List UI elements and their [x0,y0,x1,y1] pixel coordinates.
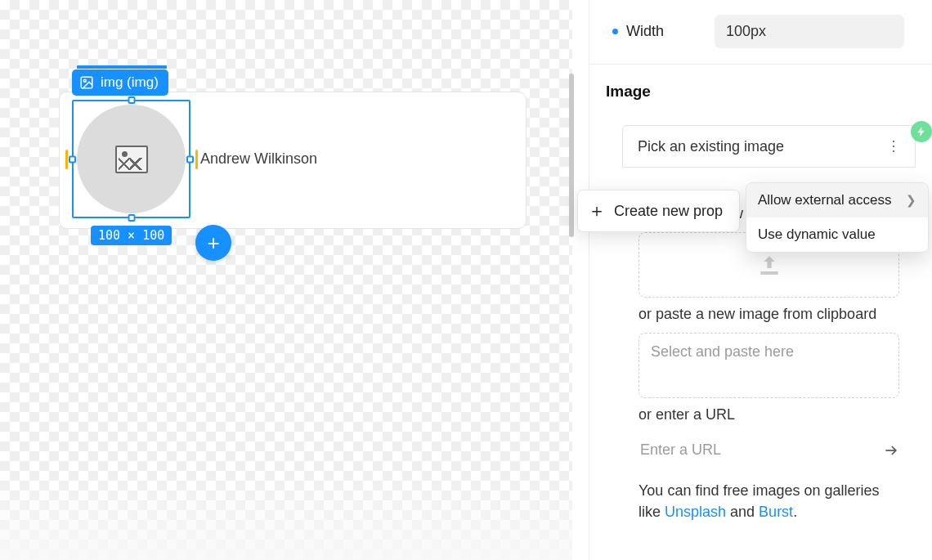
avatar-placeholder[interactable] [77,105,186,213]
menu-item-label: Use dynamic value [758,226,876,243]
menu-item-use-dynamic-value[interactable]: Use dynamic value [746,217,928,252]
menu-item-label: Allow external access [758,192,891,208]
bolt-badge[interactable] [911,121,932,142]
width-row: Width [589,11,932,51]
selection-label-text: img (img) [101,74,159,91]
width-input[interactable] [715,15,904,48]
person-name-text: Andrew Wilkinson [200,150,317,168]
image-icon [79,75,94,90]
url-input[interactable] [639,435,876,465]
svg-point-1 [83,79,86,82]
kebab-icon[interactable]: ⋯ [885,139,903,155]
unsplash-link[interactable]: Unsplash [665,504,726,520]
burst-link[interactable]: Burst [759,504,793,520]
or-url-text: or enter a URL [639,406,932,423]
create-prop-label: Create new prop [614,203,723,220]
pick-existing-label: Pick an existing image [638,138,784,155]
paste-area[interactable]: Select and paste here [639,333,899,398]
selection-label[interactable]: img (img) [72,69,168,96]
properties-panel: Width Image Pick an existing image ⋯ or … [589,0,932,560]
paste-placeholder: Select and paste here [651,343,794,360]
selection-top-accent [77,65,167,69]
plus-icon: ＋ [588,199,606,223]
submit-arrow-icon[interactable] [883,442,899,459]
upload-icon [756,253,782,276]
dimension-badge: 100 × 100 [91,226,172,245]
gap-indicator-right [195,150,198,169]
pick-existing-image-button[interactable]: Pick an existing image ⋯ [623,126,915,167]
modified-dot-icon [612,29,618,34]
canvas-scroll-thumb[interactable] [569,74,574,237]
bolt-icon [916,126,927,137]
image-section-title: Image [606,83,932,101]
or-paste-text: or paste a new image from clipboard [639,306,932,323]
image-placeholder-icon [115,146,148,173]
gap-indicator-left [65,150,68,169]
add-button[interactable]: + [195,225,231,261]
context-menu: Allow external access ❯ Use dynamic valu… [746,182,929,253]
design-canvas[interactable]: Andrew Wilkinson img (img) 100 × 100 + [0,0,572,560]
canvas-bottom-fade [0,473,572,560]
panel-divider [589,64,932,65]
create-prop-popover[interactable]: ＋ Create new prop [577,190,740,232]
width-label: Width [626,23,715,40]
image-section: Pick an existing image ⋯ [622,125,916,168]
helper-suffix: . [793,504,797,520]
gallery-helper-text: You can find free images on galleries li… [639,480,899,522]
helper-and: and [726,504,759,520]
menu-item-allow-external-access[interactable]: Allow external access ❯ [746,183,928,217]
chevron-right-icon: ❯ [906,193,916,208]
